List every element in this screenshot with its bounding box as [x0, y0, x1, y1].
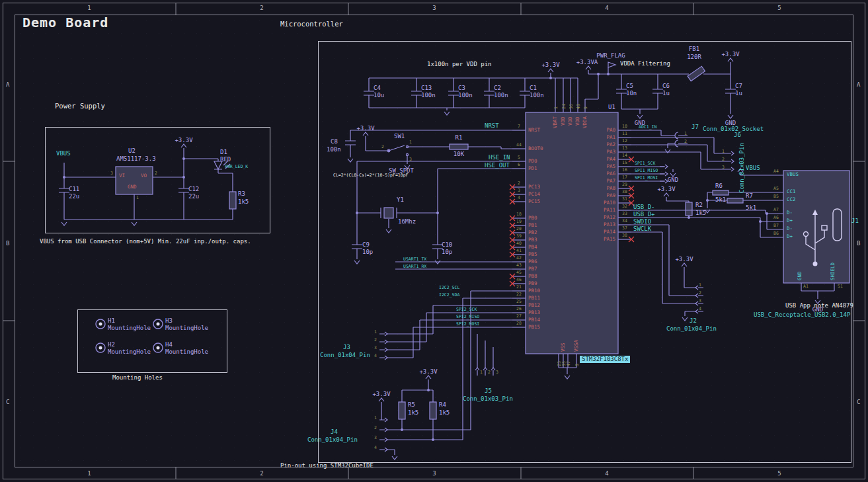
j6-val[interactable]: Conn_01x03_Pin	[739, 143, 745, 193]
mcu-pin-num-top-24[interactable]: 24	[562, 104, 567, 109]
net-hse-in[interactable]: HSE_IN	[489, 155, 510, 161]
mcu-pin-name-PA6[interactable]: PA6	[606, 171, 615, 177]
net-swdio[interactable]: SWDIO	[633, 219, 651, 225]
net-swclk[interactable]: SWCLK	[633, 226, 651, 232]
j3-n1[interactable]: 1	[374, 330, 377, 335]
mcu-pin-num-PA4[interactable]: 14	[622, 153, 627, 158]
mcu-pin-num-PA9[interactable]: 30	[622, 190, 627, 194]
sw1-n3[interactable]: 3	[409, 157, 412, 162]
c9-ref[interactable]: C9	[362, 242, 370, 248]
sheet-title[interactable]: Demo Board	[22, 16, 108, 29]
mcu-pin-num-top-36[interactable]: 36	[569, 104, 574, 109]
mcu-pin-name-PB4[interactable]: PB4	[528, 245, 537, 250]
c4-val[interactable]: 10u	[374, 93, 384, 99]
c12-ref[interactable]: C12	[188, 186, 199, 192]
j3-n4[interactable]: 4	[374, 354, 377, 358]
r5-val[interactable]: 1k5	[408, 410, 418, 416]
r7-ref[interactable]: R7	[746, 193, 753, 199]
u2-num-2[interactable]: 2	[155, 171, 157, 176]
j2-ref[interactable]: J2	[690, 318, 697, 324]
j4-n2[interactable]: 2	[374, 426, 377, 430]
j3-ref[interactable]: J3	[343, 344, 350, 350]
mcu-pin-num-PB14[interactable]: 27	[516, 314, 522, 319]
mcu-pin-name-top-VDD-24[interactable]: VDD	[561, 116, 566, 126]
mcu-pin-name-PB13[interactable]: PB13	[528, 310, 540, 315]
c8-ref[interactable]: C8	[331, 139, 338, 145]
pwr-flag[interactable]: PWR_FLAG	[596, 53, 625, 59]
mcu-pin-num-top-1[interactable]: 1	[554, 106, 559, 109]
mcu-pin-name-PA5[interactable]: PA5	[606, 164, 615, 169]
mcu-pin-num-PB0[interactable]: 18	[516, 212, 522, 217]
r4-ref[interactable]: R4	[439, 402, 446, 408]
j3-n3[interactable]: 3	[374, 346, 377, 350]
mcu-pin-name-PA8[interactable]: PA8	[606, 186, 615, 191]
c2-val[interactable]: 100n	[494, 93, 508, 99]
usb-num-a4[interactable]: A4	[773, 169, 779, 174]
h1-val[interactable]: MountingHole	[108, 325, 151, 331]
c4-ref[interactable]: C4	[374, 85, 381, 91]
h2-val[interactable]: MountingHole	[108, 349, 151, 355]
mcu-value-highlighted[interactable]: STM32F103C8Tx	[580, 356, 630, 363]
j2-val[interactable]: Conn_01x04_Pin	[666, 326, 717, 332]
mcu-pin-name-bottom-VSSA[interactable]: VSSA	[574, 340, 579, 352]
mcu-pin-num-PA1[interactable]: 11	[622, 132, 627, 136]
net-usb-dp[interactable]: USB_D+	[633, 212, 655, 218]
note-usb[interactable]: USB App note AN4879	[785, 303, 853, 309]
usb-pin-dp1[interactable]: D+	[787, 218, 793, 223]
j5-n1[interactable]: 1	[480, 370, 483, 375]
u2-ref[interactable]: U2	[128, 148, 136, 154]
mcu-pin-num-PA0[interactable]: 10	[622, 124, 627, 129]
net-nrst[interactable]: NRST	[485, 123, 499, 129]
c10-ref[interactable]: C10	[442, 242, 452, 248]
c2-ref[interactable]: C2	[494, 85, 501, 91]
usb-pin-cc2[interactable]: CC2	[787, 197, 796, 202]
r5-ref[interactable]: R5	[408, 402, 415, 408]
mcu-pin-num-NRST[interactable]: 7	[518, 124, 520, 129]
usb-pin-vbus[interactable]: VBUS	[787, 172, 799, 177]
j2-n1[interactable]: 1	[699, 283, 701, 288]
j4-val[interactable]: Conn_01x04_Pin	[307, 437, 358, 443]
usb-num-a7[interactable]: A7	[773, 208, 779, 212]
usb-num-a5[interactable]: A5	[773, 186, 779, 191]
u2-pin-vi[interactable]: VI	[119, 173, 125, 179]
c5-ref[interactable]: C5	[626, 83, 633, 89]
pwr-3v3-r2[interactable]: +3.3V	[657, 186, 675, 192]
mcu-pin-num-bottom-8[interactable]: 8	[575, 364, 580, 366]
j5-val[interactable]: Conn_01x03_Pin	[463, 396, 513, 402]
mcu-pin-num-PB7[interactable]: 43	[516, 263, 522, 268]
fb1-ref[interactable]: FB1	[689, 46, 699, 52]
fb1-val[interactable]: 120R	[687, 54, 701, 60]
note-vdd-caps[interactable]: 1x100n per VDD pin	[427, 61, 492, 67]
y1-ref[interactable]: Y1	[397, 197, 404, 203]
h2-ref[interactable]: H2	[108, 342, 115, 348]
mcu-pin-name-NRST[interactable]: NRST	[528, 128, 540, 133]
mcu-pin-name-PA1[interactable]: PA1	[606, 135, 615, 140]
c11-ref[interactable]: C11	[69, 186, 79, 192]
mcu-pin-num-PA11[interactable]: 32	[622, 204, 627, 209]
power-supply-title[interactable]: Power Supply	[55, 102, 105, 110]
mcu-pin-name-PB10[interactable]: PB10	[528, 288, 540, 294]
j6-n2[interactable]: 2	[722, 157, 725, 162]
mcu-pin-name-top-VDD-48[interactable]: VDD	[575, 116, 580, 126]
net-adc1-in[interactable]: ADC1_IN	[639, 125, 656, 130]
mcu-pin-name-PB8[interactable]: PB8	[528, 274, 537, 279]
mcu-pin-num-PA14[interactable]: 37	[622, 226, 627, 231]
h3-ref[interactable]: H3	[165, 318, 173, 324]
c8-val[interactable]: 100n	[327, 147, 341, 153]
j6-n3[interactable]: 3	[722, 165, 725, 170]
pinout-footnote[interactable]: Pin-out using STM32CubeIDE	[280, 463, 374, 469]
c9-val[interactable]: 10p	[362, 249, 373, 255]
schematic-canvas[interactable]: 1122334455AABBCCVBUSU2AMS1117-3.3VIVOGND…	[0, 0, 868, 482]
j4-n4[interactable]: 4	[374, 446, 377, 450]
mcu-pin-num-PB13[interactable]: 26	[516, 307, 522, 311]
usb-pin-dp2[interactable]: D+	[787, 234, 793, 239]
net-spi2-mosi[interactable]: SPI2_MOSI	[456, 322, 479, 327]
c11-val[interactable]: 22u	[69, 194, 79, 200]
j7-n1[interactable]: 1	[684, 132, 687, 136]
j5-ref[interactable]: J5	[485, 388, 492, 394]
d1-val[interactable]: RED	[220, 157, 231, 163]
usb-pin-dm1[interactable]: D-	[787, 210, 793, 216]
mcu-pin-name-PC15[interactable]: PC15	[528, 199, 540, 204]
mcu-pin-name-PC13[interactable]: PC13	[528, 184, 540, 190]
mcu-pin-num-PA8[interactable]: 29	[622, 182, 627, 187]
